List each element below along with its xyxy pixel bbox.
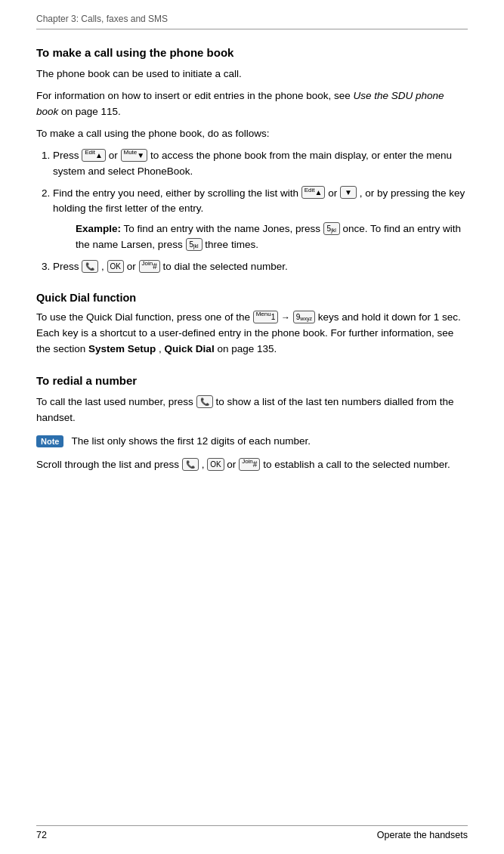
step2-mid: or: [328, 187, 340, 199]
section1-para2-pre: For information on how to insert or edit…: [36, 90, 354, 101]
key-5jkl-2: 5jkl: [186, 238, 203, 251]
footer-page-number: 72: [36, 830, 47, 840]
section3-para2: Scroll through the list and press 📞 , OK…: [36, 457, 468, 473]
key-ok-1: OK: [107, 260, 124, 273]
section3-para1: To call the last used number, press 📞 to…: [36, 395, 468, 426]
section1-para2: For information on how to insert or edit…: [36, 88, 468, 120]
section1-para1: The phone book can be used to initiate a…: [36, 67, 468, 82]
section1-title: To make a call using the phone book: [36, 46, 468, 59]
step3-pre: Press: [53, 261, 82, 272]
step3-sep1: ,: [101, 261, 107, 272]
section2-comma: ,: [159, 343, 165, 354]
section2-para1-end: on page 135.: [217, 343, 277, 354]
key-edit-up2: Edit▲: [301, 186, 326, 199]
step1-pre: Press: [53, 150, 82, 161]
key-5jkl-1: 5jkl: [323, 222, 340, 235]
section3-para2-pre: Scroll through the list and press: [36, 459, 182, 470]
step3-sep2: or: [127, 261, 139, 272]
key-phone-dial: 📞: [82, 260, 98, 273]
section1-steps: Press Edit▲ or Mute▼ to access the phone…: [53, 148, 468, 275]
step-2: Find the entry you need, either by scrol…: [53, 186, 468, 254]
key-edit-up: Edit▲: [82, 149, 106, 162]
key-menu: Menu1: [253, 311, 279, 323]
key-mute-down: Mute▼: [121, 149, 148, 162]
key-mute-down2: ▼: [340, 186, 357, 199]
section2-ref2: Quick Dial: [165, 343, 215, 354]
key-phone-scroll: 📞: [182, 458, 199, 471]
example-text-pre: To find an entry with the name Jones, pr…: [124, 223, 323, 234]
step2-example: Example: To find an entry with the name …: [76, 221, 468, 253]
step-1: Press Edit▲ or Mute▼ to access the phone…: [53, 148, 468, 180]
key-join-2: Join#: [239, 458, 260, 471]
chapter-header: Chapter 3: Calls, faxes and SMS: [36, 14, 468, 29]
section2-title: Quick Dial function: [36, 292, 468, 304]
page-container: Chapter 3: Calls, faxes and SMS To make …: [0, 0, 504, 854]
section3-para1-pre: To call the last used number, press: [36, 396, 196, 407]
section3-sep2: or: [227, 459, 239, 470]
arrow-icon: →: [281, 311, 290, 325]
step-3: Press 📞 , OK or Join# to dial the select…: [53, 259, 468, 275]
example-text-post: three times.: [205, 239, 258, 250]
section1-para3: To make a call using the phone book, do …: [36, 126, 468, 142]
section1-para2-post: on page 115.: [58, 106, 121, 117]
key-join-1: Join#: [139, 260, 160, 273]
key-phone-redial: 📞: [196, 395, 213, 408]
section3-sep1: ,: [202, 459, 208, 470]
note-box: Note The list only shows the first 12 di…: [36, 434, 468, 450]
chapter-header-text: Chapter 3: Calls, faxes and SMS: [36, 14, 168, 24]
key-9wxyz: 9wxyz: [293, 311, 315, 323]
step1-mid: or: [109, 150, 121, 161]
section2-ref1: System Setup: [88, 343, 156, 354]
note-text: The list only shows the first 12 digits …: [71, 434, 311, 450]
example-label: Example:: [76, 223, 121, 234]
step2-pre: Find the entry you need, either by scrol…: [53, 187, 301, 199]
section3-title: To redial a number: [36, 374, 468, 387]
page-footer: 72 Operate the handsets: [36, 825, 468, 840]
note-label: Note: [36, 435, 63, 447]
step3-post: to dial the selected number.: [163, 261, 288, 272]
section3-para2-post: to establish a call to the selected numb…: [263, 459, 450, 470]
footer-text: Operate the handsets: [377, 830, 468, 840]
key-ok-2: OK: [207, 458, 224, 471]
section2-para1-pre: To use the Quick Dial function, press on…: [36, 311, 253, 323]
section2-para1: To use the Quick Dial function, press on…: [36, 310, 468, 357]
